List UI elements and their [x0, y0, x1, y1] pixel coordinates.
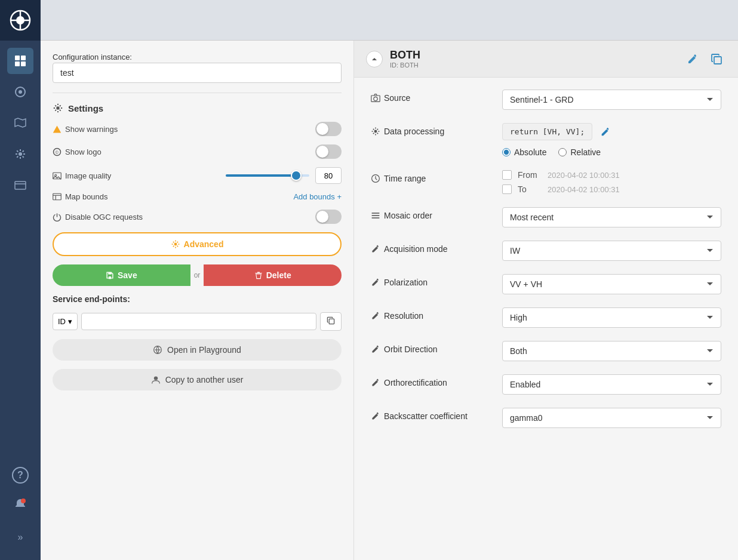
- copy-to-user-button[interactable]: Copy to another user: [53, 369, 342, 390]
- config-instance-label: Configuration instance:: [53, 53, 342, 61]
- copy-config-button[interactable]: [707, 50, 726, 69]
- orthorectification-label: Orthorectification: [371, 374, 490, 387]
- show-warnings-toggle[interactable]: [315, 122, 342, 136]
- open-playground-label: Open in Playground: [167, 345, 241, 355]
- source-label: Source: [371, 90, 490, 103]
- svg-point-13: [21, 499, 26, 503]
- copy-user-icon: [151, 375, 161, 384]
- image-quality-label: Image quality: [65, 171, 111, 180]
- from-checkbox[interactable]: [502, 170, 512, 180]
- sidebar-item-layers[interactable]: [7, 79, 33, 105]
- backscatter-field-row: Backscatter coefficient gamma0 sigma0 be…: [371, 408, 721, 428]
- right-panel-body: Source Sentinel-1 - GRD Sentinel-2 - L2A…: [354, 78, 738, 440]
- collapse-button[interactable]: [366, 51, 383, 67]
- sidebar-item-notifications[interactable]: [7, 491, 33, 517]
- service-endpoints-section: Service end-points:: [53, 294, 342, 304]
- acquisition-mode-field-label: Acquisition mode: [384, 244, 448, 254]
- image-quality-icon: [53, 171, 61, 180]
- sidebar-item-billing[interactable]: [7, 172, 33, 198]
- delete-button[interactable]: Delete: [204, 264, 342, 286]
- service-endpoints-label: Service end-points:: [53, 294, 342, 304]
- svg-rect-6: [15, 61, 20, 66]
- image-quality-thumb[interactable]: [291, 170, 302, 181]
- copy-to-user-label: Copy to another user: [165, 375, 244, 384]
- time-range-label: Time range: [371, 170, 490, 183]
- image-quality-value[interactable]: [315, 167, 342, 184]
- advanced-button[interactable]: Advanced: [53, 232, 342, 256]
- map-bounds-icon: [53, 192, 61, 201]
- logo[interactable]: [0, 0, 41, 41]
- svg-rect-26: [329, 319, 334, 324]
- clock-icon: [371, 174, 380, 183]
- backscatter-control: gamma0 sigma0 beta0: [502, 408, 721, 428]
- svg-rect-30: [714, 57, 721, 64]
- id-select-label: ID: [58, 317, 66, 326]
- to-time-row: To 2020-04-02 10:00:31: [502, 184, 721, 194]
- left-panel: Configuration instance: Settings ! Show …: [41, 41, 354, 560]
- mosaic-icon: [371, 211, 380, 220]
- source-field-row: Source Sentinel-1 - GRD Sentinel-2 - L2A…: [371, 90, 721, 110]
- polarization-select[interactable]: VV + VH VV VH: [502, 274, 721, 294]
- absolute-radio-label[interactable]: Absolute: [502, 147, 546, 157]
- warning-icon: !: [53, 125, 61, 134]
- svg-point-32: [374, 97, 377, 100]
- config-instance-section: Configuration instance:: [53, 53, 342, 83]
- image-quality-row: Image quality: [53, 167, 342, 184]
- panel-id: ID: BOTH: [390, 61, 420, 69]
- acquisition-mode-control: IW EW SM: [502, 241, 721, 261]
- sidebar-item-settings[interactable]: [7, 141, 33, 167]
- copy-config-icon: [711, 53, 722, 65]
- sidebar-item-help[interactable]: ?: [12, 467, 29, 484]
- resolution-icon: [371, 311, 380, 321]
- relative-radio-label[interactable]: Relative: [558, 147, 601, 157]
- time-range-control: From 2020-04-02 10:00:31 To 2020-04-02 1…: [502, 170, 721, 194]
- mosaic-order-label: Mosaic order: [371, 207, 490, 220]
- svg-point-23: [174, 243, 177, 246]
- resolution-control: High Medium Low: [502, 307, 721, 328]
- polarization-control: VV + VH VV VH: [502, 274, 721, 294]
- svg-rect-25: [108, 272, 112, 275]
- image-quality-fill: [226, 174, 293, 177]
- data-processing-label: Data processing: [371, 123, 490, 136]
- relative-radio[interactable]: [558, 148, 567, 156]
- disable-ogc-toggle[interactable]: [315, 210, 342, 224]
- show-logo-toggle[interactable]: [315, 144, 342, 159]
- save-label: Save: [118, 270, 137, 280]
- source-select[interactable]: Sentinel-1 - GRD Sentinel-2 - L2A Landsa…: [502, 90, 721, 110]
- absolute-label: Absolute: [514, 147, 546, 157]
- acquisition-mode-select[interactable]: IW EW SM: [502, 241, 721, 261]
- edit-code-button[interactable]: [597, 124, 614, 140]
- polarization-icon: [371, 278, 380, 287]
- svg-rect-20: [53, 193, 61, 200]
- config-instance-input[interactable]: [53, 63, 342, 83]
- id-select[interactable]: ID ▾: [53, 313, 78, 330]
- svg-point-29: [153, 376, 157, 380]
- open-playground-button[interactable]: Open in Playground: [53, 339, 342, 361]
- to-checkbox[interactable]: [502, 184, 512, 194]
- mosaic-order-control: Most recent Least recent Cloud coverage: [502, 207, 721, 227]
- absolute-radio[interactable]: [502, 148, 511, 156]
- add-bounds-button[interactable]: Add bounds +: [293, 192, 342, 201]
- sidebar-item-expand[interactable]: »: [7, 524, 33, 550]
- copy-endpoint-button[interactable]: [320, 312, 342, 331]
- edit-button[interactable]: [683, 50, 702, 69]
- orbit-direction-select[interactable]: Both Ascending Descending: [502, 341, 721, 361]
- show-warnings-label-group: ! Show warnings: [53, 125, 118, 134]
- disable-ogc-row: Disable OGC requests: [53, 210, 342, 224]
- endpoint-input[interactable]: [81, 313, 316, 330]
- backscatter-select[interactable]: gamma0 sigma0 beta0: [502, 408, 721, 428]
- sidebar-item-map[interactable]: [7, 110, 33, 136]
- orthorectification-select[interactable]: Enabled Disabled: [502, 374, 721, 395]
- backscatter-icon: [371, 411, 380, 421]
- pencil-icon: [600, 127, 611, 137]
- orbit-icon: [371, 344, 380, 354]
- resolution-select[interactable]: High Medium Low: [502, 307, 721, 328]
- divider-1: [53, 93, 342, 93]
- advanced-gear-icon: [171, 239, 180, 249]
- save-delete-row: Save or Delete: [53, 264, 342, 286]
- image-quality-track[interactable]: [226, 174, 309, 177]
- save-button[interactable]: Save: [53, 264, 190, 286]
- sidebar-item-dashboard[interactable]: [7, 48, 33, 74]
- time-range-field-label: Time range: [384, 174, 426, 183]
- mosaic-order-select[interactable]: Most recent Least recent Cloud coverage: [502, 207, 721, 227]
